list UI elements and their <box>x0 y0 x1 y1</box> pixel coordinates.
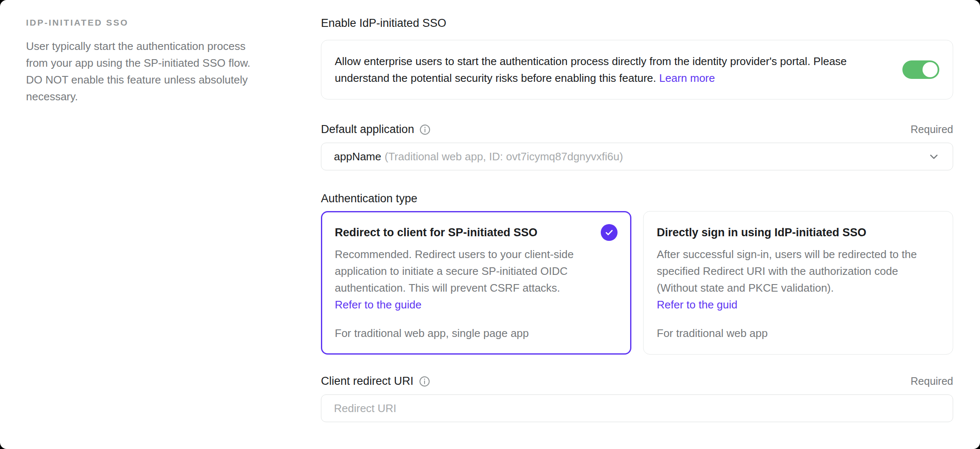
refer-to-guide-link[interactable]: Refer to the guid <box>657 296 940 313</box>
option-footnote: For traditional web app, single page app <box>335 316 618 342</box>
required-badge: Required <box>911 375 953 387</box>
settings-form: Enable IdP-initiated SSO Allow enterpris… <box>321 0 953 449</box>
enable-idp-sso-description: Allow enterprise users to start the auth… <box>335 53 884 86</box>
default-application-select[interactable]: appName (Traditional web app, ID: ovt7ic… <box>321 143 953 170</box>
idp-sso-toggle[interactable] <box>902 60 939 79</box>
option-title: Directly sign in using IdP-initiated SSO <box>657 224 867 241</box>
option-title: Redirect to client for SP-initiated SSO <box>335 224 537 241</box>
info-icon[interactable] <box>419 376 430 387</box>
authentication-type-options: Redirect to client for SP-initiated SSO … <box>321 211 953 355</box>
toggle-knob <box>923 62 938 77</box>
enable-idp-sso-description-text: Allow enterprise users to start the auth… <box>335 55 847 84</box>
option-description: Recommended. Redirect users to your clie… <box>335 246 618 296</box>
option-description: After successful sign-in, users will be … <box>657 246 940 296</box>
enable-idp-sso-card: Allow enterprise users to start the auth… <box>321 40 953 99</box>
selected-app-name: appName <box>334 150 381 163</box>
refer-to-guide-link[interactable]: Refer to the guide <box>335 296 618 313</box>
section-description: User typically start the authentication … <box>26 38 269 105</box>
section-sidebar: IDP-INITIATED SSO User typically start t… <box>0 0 269 449</box>
client-redirect-uri-label: Client redirect URI <box>321 375 414 388</box>
default-application-label: Default application <box>321 123 414 136</box>
enable-idp-sso-label: Enable IdP-initiated SSO <box>321 17 953 30</box>
option-footnote: For traditional web app <box>657 316 940 342</box>
required-badge: Required <box>911 123 953 136</box>
option-card-sp-initiated[interactable]: Redirect to client for SP-initiated SSO … <box>321 211 631 355</box>
selected-app-detail: (Traditional web app, ID: ovt7icymq87dgn… <box>385 150 623 163</box>
authentication-type-label: Authentication type <box>321 192 953 205</box>
learn-more-link[interactable]: Learn more <box>659 72 715 84</box>
check-icon <box>601 224 618 241</box>
redirect-uri-input[interactable] <box>321 394 953 422</box>
default-application-label-row: Default application Required <box>321 123 953 136</box>
client-redirect-uri-label-row: Client redirect URI Required <box>321 375 953 388</box>
idp-initiated-sso-settings-page: IDP-INITIATED SSO User typically start t… <box>0 0 980 449</box>
chevron-down-icon <box>928 150 940 163</box>
option-card-idp-initiated[interactable]: Directly sign in using IdP-initiated SSO… <box>643 211 954 355</box>
section-heading: IDP-INITIATED SSO <box>26 18 269 28</box>
info-icon[interactable] <box>419 124 431 136</box>
